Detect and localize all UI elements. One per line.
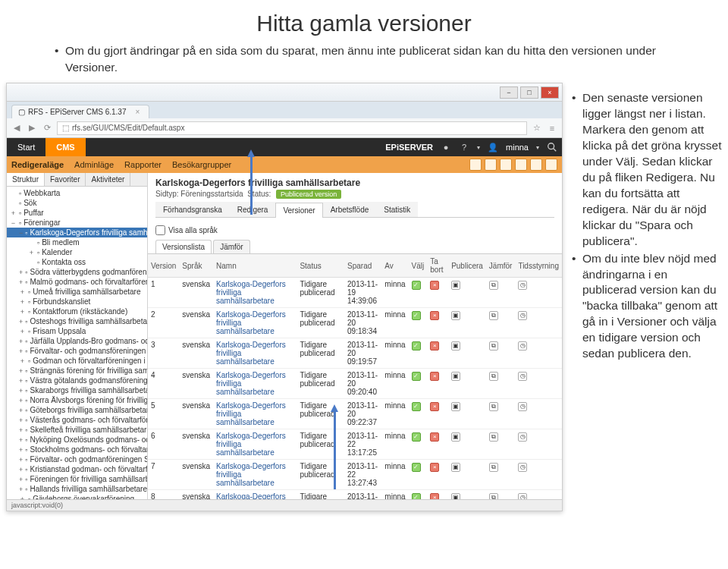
tree-toggle-icon[interactable]: + xyxy=(19,288,26,296)
publish-icon[interactable]: ▣ xyxy=(451,493,460,499)
delete-icon[interactable]: × xyxy=(430,281,439,290)
select-icon[interactable]: ✓ xyxy=(412,281,421,290)
tree-toggle-icon[interactable]: + xyxy=(19,495,26,500)
tree-toggle-icon[interactable]: + xyxy=(19,466,23,473)
tree-item[interactable]: +▫Stockholms godmans- och förvaltarf xyxy=(7,445,147,454)
tree-item[interactable]: +▫Umeå frivilliga samhällsarbetare xyxy=(7,287,147,297)
tree-toggle-icon[interactable]: + xyxy=(19,308,26,316)
schedule-icon[interactable]: ◷ xyxy=(518,463,527,472)
tree-toggle-icon[interactable]: − xyxy=(19,229,23,237)
select-icon[interactable]: ✓ xyxy=(412,432,421,442)
delete-icon[interactable]: × xyxy=(430,341,439,351)
content-tab[interactable]: Statistik xyxy=(376,202,418,217)
content-tab[interactable]: Förhandsgranska xyxy=(155,202,230,217)
tree-toggle-icon[interactable]: + xyxy=(19,436,23,444)
version-name-link[interactable]: Karlskoga-Degerfors frivilliga samhällsa… xyxy=(216,371,286,396)
select-icon[interactable]: ✓ xyxy=(412,493,421,499)
submenu-besokargrupper[interactable]: Besökargrupper xyxy=(172,160,231,169)
tree-toggle-icon[interactable]: + xyxy=(19,338,23,345)
window-close-button[interactable]: × xyxy=(541,86,559,99)
user-name[interactable]: minna xyxy=(506,143,529,152)
tree-toggle-icon[interactable]: + xyxy=(19,367,23,375)
version-name-link[interactable]: Karlskoga-Degerfors frivilliga samhällsa… xyxy=(216,432,286,457)
toolbar-icon[interactable] xyxy=(545,159,557,171)
panel-tab-favoriter[interactable]: Favoriter xyxy=(45,173,86,186)
tree-toggle-icon[interactable]: + xyxy=(19,387,23,395)
version-name-link[interactable]: Karlskoga-Degerfors frivilliga samhällsa… xyxy=(216,280,286,305)
tree-item[interactable]: −▫Karlskoga-Degerfors frivilliga samhä xyxy=(7,228,147,237)
column-header[interactable]: Tidsstyrning xyxy=(515,254,562,278)
delete-icon[interactable]: × xyxy=(430,493,439,499)
version-subtab[interactable]: Jämför xyxy=(213,240,250,253)
content-tab[interactable]: Redigera xyxy=(230,202,276,217)
version-subtab[interactable]: Versionslista xyxy=(155,240,212,253)
column-header[interactable]: Språk xyxy=(179,254,213,278)
column-header[interactable]: Ta bort xyxy=(427,254,448,278)
menu-icon[interactable]: ≡ xyxy=(547,123,557,134)
version-name-link[interactable]: Karlskoga-Degerfors frivilliga samhällsa… xyxy=(216,310,286,335)
tree-toggle-icon[interactable]: − xyxy=(10,219,17,227)
tree-toggle-icon[interactable]: + xyxy=(19,318,23,325)
select-icon[interactable]: ✓ xyxy=(412,311,421,320)
tree-item[interactable]: +▫Skellefteå frivilliga samhällsarbetare xyxy=(7,425,147,435)
schedule-icon[interactable]: ◷ xyxy=(518,341,527,351)
column-header[interactable]: Av xyxy=(381,254,408,278)
schedule-icon[interactable]: ◷ xyxy=(518,311,527,320)
compare-icon[interactable]: ⧉ xyxy=(489,281,498,290)
select-icon[interactable]: ✓ xyxy=(412,463,421,472)
schedule-icon[interactable]: ◷ xyxy=(518,402,527,411)
window-minimize-button[interactable]: − xyxy=(500,86,518,99)
schedule-icon[interactable]: ◷ xyxy=(518,493,527,499)
tree-item[interactable]: +▫Kalender xyxy=(7,247,147,257)
tree-item[interactable]: +▫Kristianstad godman- och förvaltarfö xyxy=(7,464,147,474)
delete-icon[interactable]: × xyxy=(430,311,439,320)
tree-item[interactable]: +▫Västra götalands godmansförening f xyxy=(7,376,147,385)
table-row[interactable]: 4svenskaKarlskoga-Degerfors frivilliga s… xyxy=(148,369,562,399)
column-header[interactable]: Publicera xyxy=(448,254,486,278)
column-header[interactable]: Version xyxy=(148,254,179,278)
tree-toggle-icon[interactable]: + xyxy=(19,298,26,306)
table-row[interactable]: 1svenskaKarlskoga-Degerfors frivilliga s… xyxy=(148,278,562,308)
page-tree[interactable]: ▫Webbkarta▫Sök+▫Puffar−▫Föreningar−▫Karl… xyxy=(7,187,147,499)
toolbar-icon[interactable] xyxy=(530,159,542,171)
publish-icon[interactable]: ▣ xyxy=(451,311,460,320)
tree-item[interactable]: +▫Frisam Uppsala xyxy=(7,326,147,336)
publish-icon[interactable]: ▣ xyxy=(451,372,460,381)
select-icon[interactable]: ✓ xyxy=(412,341,421,351)
tree-item[interactable]: +▫Förbundskansliet xyxy=(7,297,147,307)
tree-toggle-icon[interactable]: + xyxy=(19,446,23,454)
tree-item[interactable]: +▫Strängnäs förening för frivilliga samh xyxy=(7,366,147,376)
back-icon[interactable]: ◀ xyxy=(11,123,22,134)
select-icon[interactable]: ✓ xyxy=(412,372,421,381)
compare-icon[interactable]: ⧉ xyxy=(489,402,498,411)
reload-icon[interactable]: ⟳ xyxy=(42,123,52,134)
tree-toggle-icon[interactable]: + xyxy=(19,426,23,434)
toolbar-icon[interactable] xyxy=(485,159,497,171)
tree-item[interactable]: +▫Malmö godmans- och förvaltarfören xyxy=(7,277,147,287)
tree-item[interactable]: +▫Hallands frivilliga samhällsarbetare xyxy=(7,484,147,494)
toolbar-icon[interactable] xyxy=(500,159,512,171)
compare-icon[interactable]: ⧉ xyxy=(489,311,498,320)
schedule-icon[interactable]: ◷ xyxy=(518,372,527,381)
dropdown-icon[interactable]: ▾ xyxy=(536,144,539,151)
nav-cms[interactable]: CMS xyxy=(46,138,85,156)
tree-item[interactable]: +▫Föreningen för frivilliga samhällsarb xyxy=(7,474,147,484)
compare-icon[interactable]: ⧉ xyxy=(489,372,498,381)
panel-tab-struktur[interactable]: Struktur xyxy=(7,173,45,186)
search-icon[interactable] xyxy=(547,142,557,152)
compare-icon[interactable]: ⧉ xyxy=(489,341,498,351)
compare-icon[interactable]: ⧉ xyxy=(489,432,498,442)
publish-icon[interactable]: ▣ xyxy=(451,341,460,351)
nav-start[interactable]: Start xyxy=(7,143,46,152)
tree-item[interactable]: +▫Förvaltar- och godmansföreningen i xyxy=(7,346,147,356)
compare-icon[interactable]: ⧉ xyxy=(489,493,498,499)
tree-item[interactable]: +▫Norra Älvsborgs förening för frivillig… xyxy=(7,395,147,405)
version-name-link[interactable]: Karlskoga-Degerfors frivilliga samhällsa… xyxy=(216,341,286,366)
tree-toggle-icon[interactable]: + xyxy=(19,476,23,483)
submenu-rapporter[interactable]: Rapporter xyxy=(124,160,162,169)
schedule-icon[interactable]: ◷ xyxy=(518,281,527,290)
tree-toggle-icon[interactable]: + xyxy=(19,347,23,355)
content-tab[interactable]: Arbetsflöde xyxy=(323,202,377,217)
delete-icon[interactable]: × xyxy=(430,432,439,442)
delete-icon[interactable]: × xyxy=(430,372,439,381)
